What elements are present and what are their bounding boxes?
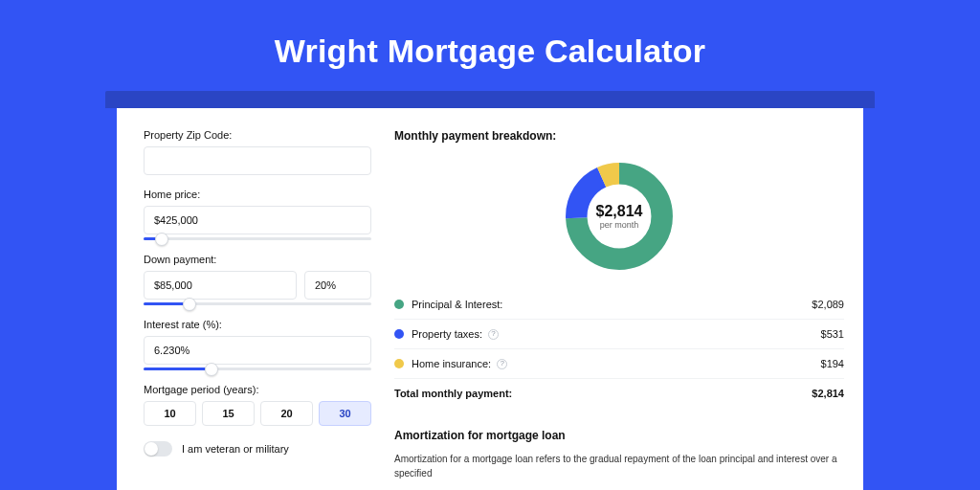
interest-rate-group: Interest rate (%): [144,319,371,370]
total-value: $2,814 [812,388,844,399]
zip-label: Property Zip Code: [144,129,371,141]
breakdown-row-0: Principal & Interest:$2,089 [394,290,844,320]
legend-swatch [394,300,404,309]
period-option-20[interactable]: 20 [260,401,313,426]
home-price-input[interactable] [144,206,371,234]
donut-chart-area: $2,814 per month [394,154,844,290]
interest-rate-input[interactable] [144,336,371,365]
down-payment-percent-input[interactable] [304,271,371,300]
breakdown-row-1: Property taxes:?$531 [394,320,844,349]
down-payment-amount-input[interactable] [144,271,297,300]
legend-swatch [394,329,404,339]
amortization-text: Amortization for a mortgage loan refers … [394,452,844,480]
home-price-slider[interactable] [144,237,371,240]
home-price-group: Home price: [144,189,371,240]
zip-group: Property Zip Code: [144,129,371,175]
period-option-30[interactable]: 30 [319,401,371,426]
veteran-row: I am veteran or military [144,441,371,457]
title-shadow-bar [105,91,875,108]
legend-swatch [394,359,404,368]
payment-donut-chart: $2,814 per month [563,160,676,273]
calculator-card: Property Zip Code: Home price: Down paym… [117,108,863,490]
breakdown-value: $531 [821,328,844,340]
page-title: Wright Mortgage Calculator [0,0,980,91]
donut-center-sub: per month [600,220,639,230]
interest-rate-slider[interactable] [144,368,371,370]
veteran-label: I am veteran or military [182,443,289,455]
period-option-10[interactable]: 10 [144,401,196,426]
total-label: Total monthly payment: [394,388,512,399]
breakdown-label: Principal & Interest: [412,299,502,310]
breakdown-panel: Monthly payment breakdown: $2,814 per mo… [394,129,844,490]
breakdown-label: Home insurance: [412,358,491,369]
down-payment-slider[interactable] [144,302,371,305]
interest-rate-label: Interest rate (%): [144,319,371,330]
breakdown-title: Monthly payment breakdown: [394,129,844,143]
down-payment-label: Down payment: [144,254,371,265]
breakdown-value: $2,089 [812,299,844,310]
total-payment-row: Total monthly payment: $2,814 [394,379,844,408]
period-group: Mortgage period (years): 10152030 [144,384,371,426]
amortization-title: Amortization for mortgage loan [394,429,844,442]
period-option-15[interactable]: 15 [202,401,255,426]
info-icon[interactable]: ? [497,359,507,369]
breakdown-label: Property taxes: [412,328,482,340]
home-price-label: Home price: [144,189,371,200]
veteran-toggle[interactable] [144,441,172,457]
down-payment-group: Down payment: [144,254,371,305]
period-label: Mortgage period (years): [144,384,371,395]
donut-center-value: $2,814 [596,203,643,220]
form-panel: Property Zip Code: Home price: Down paym… [144,129,371,490]
info-icon[interactable]: ? [488,329,499,340]
zip-input[interactable] [144,146,371,175]
breakdown-row-2: Home insurance:?$194 [394,349,844,379]
breakdown-value: $194 [821,358,844,369]
